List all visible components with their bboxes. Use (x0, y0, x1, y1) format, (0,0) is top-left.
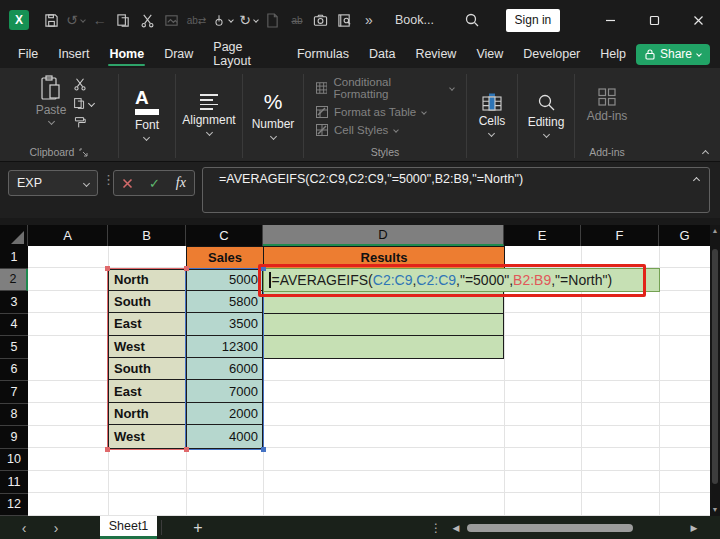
column-header-f[interactable]: F (581, 225, 659, 246)
cell-c9[interactable]: 4000 (186, 425, 263, 447)
font-button[interactable]: A Font (125, 68, 169, 161)
alignment-button[interactable]: Alignment (172, 68, 245, 161)
undo-button[interactable]: ↺ (63, 7, 88, 33)
copy-button[interactable] (73, 97, 94, 110)
range-handle[interactable] (105, 447, 110, 452)
row-header-4[interactable]: 4 (0, 314, 28, 337)
replace-icon[interactable]: ab⇄ (184, 7, 210, 33)
row-header-9[interactable]: 9 (0, 426, 28, 449)
editing-button[interactable]: Editing (518, 68, 575, 161)
formula-input[interactable]: =AVERAGEIFS(C2:C9,C2:C9,"=5000",B2:B9,"=… (202, 167, 710, 213)
cell-c3[interactable]: 5800 (186, 291, 263, 313)
prev-sheet-button[interactable]: ‹ (12, 516, 36, 539)
tab-insert[interactable]: Insert (48, 40, 99, 68)
tab-review[interactable]: Review (405, 40, 466, 68)
sheet-options-dots[interactable]: ⋮ (428, 516, 444, 539)
cell-c7[interactable]: 7000 (186, 380, 263, 402)
column-header-d[interactable]: D (263, 225, 504, 246)
row-header-1[interactable]: 1 (0, 246, 28, 269)
touch-mode-icon[interactable] (209, 7, 236, 33)
cell-c1-sales-header[interactable]: Sales (186, 246, 264, 269)
format-painter-button[interactable] (73, 116, 94, 129)
conditional-formatting-button[interactable]: Conditional Formatting (316, 76, 454, 100)
cell-c6[interactable]: 6000 (186, 358, 263, 380)
next-sheet-button[interactable]: › (44, 516, 68, 539)
tab-formulas[interactable]: Formulas (287, 40, 359, 68)
share-button[interactable]: Share (636, 44, 710, 65)
search-icon[interactable] (460, 7, 484, 33)
cell-b3[interactable]: South (108, 291, 186, 313)
row-header-8[interactable]: 8 (0, 404, 28, 427)
maximize-button[interactable] (632, 0, 676, 40)
cancel-entry-button[interactable] (122, 178, 133, 189)
save-icon[interactable] (39, 7, 63, 33)
range-handle[interactable] (261, 447, 266, 452)
tab-developer[interactable]: Developer (513, 40, 590, 68)
cells-button[interactable]: Cells (469, 68, 516, 161)
number-button[interactable]: % Number (242, 68, 305, 161)
sheet-tab-sheet1[interactable]: Sheet1 (100, 516, 157, 539)
close-button[interactable] (676, 0, 720, 40)
copy-icon[interactable] (112, 7, 136, 33)
cell-c4[interactable]: 3500 (186, 313, 263, 335)
tab-home[interactable]: Home (99, 40, 154, 68)
row-header-2[interactable]: 2 (0, 269, 28, 292)
name-box[interactable]: EXP (8, 170, 98, 196)
format-as-table-button[interactable]: Format as Table (316, 106, 454, 118)
row-header-6[interactable]: 6 (0, 359, 28, 382)
cell-c5[interactable]: 12300 (186, 336, 263, 358)
tab-page-layout[interactable]: Page Layout (203, 40, 287, 68)
cell-c2[interactable]: 5000 (186, 269, 263, 291)
cell-b9[interactable]: West (108, 425, 186, 447)
cell-b2[interactable]: North (108, 269, 186, 291)
tab-file[interactable]: File (8, 40, 48, 68)
range-handle[interactable] (184, 266, 189, 271)
column-header-g[interactable]: G (659, 225, 710, 246)
new-file-icon[interactable] (261, 7, 285, 33)
dialog-launcher-icon[interactable] (79, 148, 88, 157)
more-commands-button[interactable]: » (357, 7, 381, 33)
cell-b5[interactable]: West (108, 336, 186, 358)
tab-draw[interactable]: Draw (154, 40, 203, 68)
collapse-formula-bar-button[interactable] (693, 177, 700, 184)
range-handle[interactable] (184, 447, 189, 452)
cell-b7[interactable]: East (108, 380, 186, 402)
cell-styles-button[interactable]: Cell Styles (316, 124, 454, 136)
horizontal-scroll-thumb[interactable] (467, 524, 633, 532)
row-header-11[interactable]: 11 (0, 471, 28, 494)
column-header-e[interactable]: E (504, 225, 581, 246)
confirm-entry-button[interactable]: ✓ (149, 176, 160, 191)
cell-c8[interactable]: 2000 (186, 403, 263, 425)
tab-help[interactable]: Help (590, 40, 636, 68)
paste-button[interactable]: Paste (24, 75, 74, 124)
select-all-corner[interactable] (0, 225, 28, 246)
row-header-5[interactable]: 5 (0, 336, 28, 359)
collapse-ribbon-button[interactable] (702, 150, 709, 157)
column-header-b[interactable]: B (108, 225, 186, 246)
vertical-scroll-thumb[interactable] (712, 249, 718, 484)
picture-icon[interactable] (160, 7, 184, 33)
camera-icon[interactable] (309, 7, 333, 33)
row-header-12[interactable]: 12 (0, 494, 28, 517)
column-header-c[interactable]: C (186, 225, 263, 246)
scroll-up-arrow[interactable]: ▲ (710, 226, 720, 236)
strikethrough-icon[interactable]: ab (285, 7, 309, 33)
cell-d4[interactable] (264, 314, 503, 336)
cell-b8[interactable]: North (108, 403, 186, 425)
cut-button[interactable] (73, 77, 94, 91)
range-handle[interactable] (105, 266, 110, 271)
minimize-button[interactable] (588, 0, 632, 40)
insert-function-button[interactable]: fx (176, 175, 186, 191)
row-header-7[interactable]: 7 (0, 381, 28, 404)
scroll-down-arrow[interactable]: ▼ (710, 505, 720, 515)
cell-b6[interactable]: South (108, 358, 186, 380)
redo-button[interactable]: ↻ (236, 7, 261, 33)
cell-b4[interactable]: East (108, 313, 186, 335)
lookup-book-icon[interactable] (333, 7, 357, 33)
addins-button[interactable]: Add-ins (577, 68, 638, 143)
scroll-right-arrow[interactable]: ▶ (686, 516, 702, 539)
cell-d5[interactable] (264, 336, 503, 358)
add-sheet-button[interactable]: + (186, 516, 210, 539)
vertical-scrollbar[interactable]: ▲ ▼ (710, 225, 720, 516)
column-header-a[interactable]: A (28, 225, 108, 246)
